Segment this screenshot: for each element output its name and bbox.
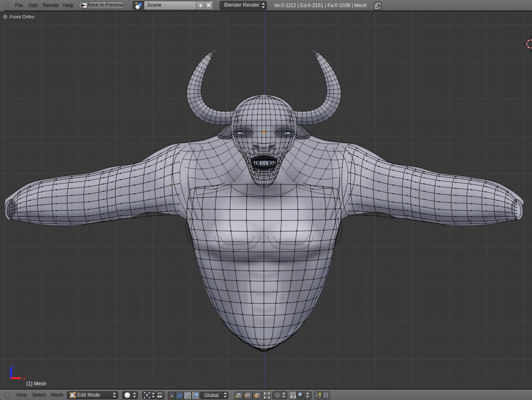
- svg-text:x: x: [23, 376, 26, 381]
- svg-text:(1) Mesh: (1) Mesh: [26, 381, 46, 387]
- svg-text:z: z: [13, 363, 15, 368]
- svg-text:Front Ortho: Front Ortho: [10, 14, 34, 19]
